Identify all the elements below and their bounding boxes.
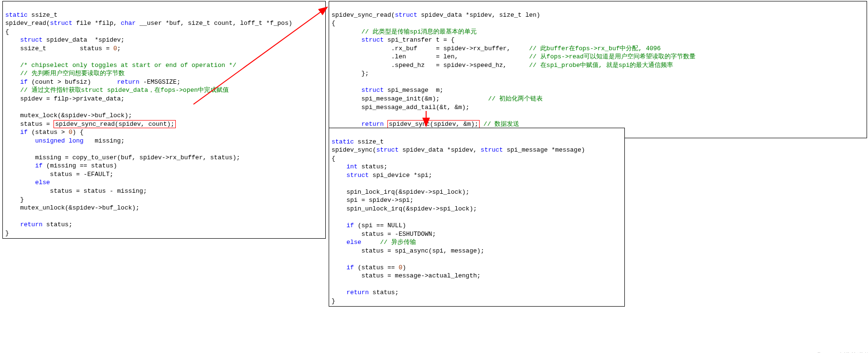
code-box-spidev-sync-read: spidev_sync_read(struct spidev_data *spi… <box>329 1 867 138</box>
code-box-spidev-read: static ssize_t spidev_read(struct file *… <box>2 1 326 239</box>
code-box-spidev-sync: static ssize_t spidev_sync(struct spidev… <box>329 128 625 307</box>
highlight-sync-read-call: spidev_sync_read(spidev, count); <box>54 120 176 128</box>
highlight-sync-call: spidev_sync(spidev, &m); <box>387 120 480 128</box>
